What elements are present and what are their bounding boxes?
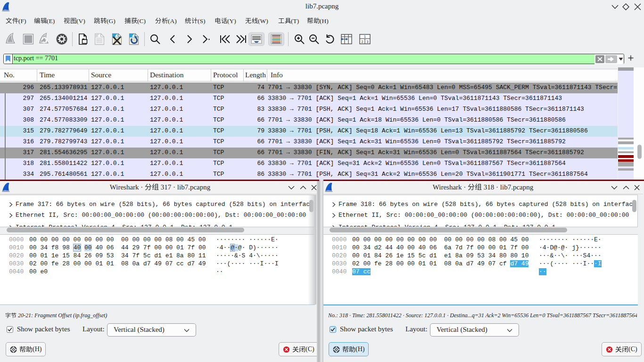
svg-text:2: 2 [362, 40, 363, 43]
svg-text:1: 1 [364, 35, 366, 38]
svg-text:3: 3 [367, 40, 369, 43]
